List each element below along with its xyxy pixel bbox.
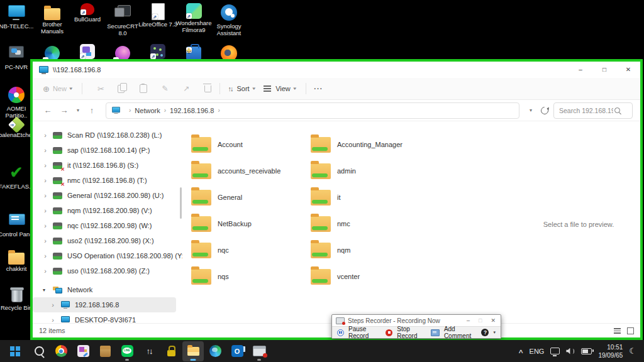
refresh-icon[interactable] [540, 105, 550, 116]
expand-chevron-icon[interactable]: › [42, 192, 49, 199]
expand-chevron-icon[interactable]: › [42, 177, 49, 184]
sidebar-item-network[interactable]: ▾Network [33, 282, 182, 297]
search-input[interactable] [558, 106, 614, 115]
breadcrumb-network[interactable]: Network [135, 107, 160, 114]
search-box[interactable] [553, 102, 633, 119]
add-comment-button[interactable]: Add Comment [444, 326, 473, 339]
delete-button[interactable] [197, 85, 218, 92]
minimize-button[interactable]: – [467, 317, 470, 324]
steps-recorder-titlebar[interactable]: Steps Recorder - Recording Now – □ ✕ [332, 315, 501, 326]
expand-chevron-icon[interactable]: › [42, 252, 49, 260]
taskbar-wallet-button[interactable] [94, 341, 116, 361]
network-icon[interactable] [550, 348, 560, 354]
expand-chevron-icon[interactable]: › [42, 222, 49, 229]
sidebar-drive-item[interactable]: ›Scan RD (\\192.168.0.238) (L:) [33, 128, 182, 143]
taskbar-transfer-button[interactable]: ↑↓ [138, 341, 160, 361]
sidebar-drive-item[interactable]: ›nqm (\\192.168.200.98) (V:) [33, 203, 182, 218]
sidebar-drive-item[interactable]: ›nmc (\\192.168.196.8) (T:) [33, 173, 182, 188]
taskbar-edge-button[interactable] [204, 341, 226, 361]
sidebar-network-host[interactable]: ›DESKTOP-8V3I671 [33, 312, 182, 323]
taskbar-lock-button[interactable] [160, 341, 182, 361]
up-button[interactable]: ↑ [84, 106, 99, 115]
folder-item[interactable]: nqm [311, 237, 430, 263]
desktop-icon-dots[interactable] [138, 44, 178, 60]
folder-item[interactable]: nqc [191, 237, 311, 263]
minimize-button[interactable]: – [569, 62, 592, 78]
folder-item[interactable]: admin [311, 158, 430, 184]
desktop-icon-bullguard[interactable]: BullGuard [67, 3, 108, 23]
maximize-button[interactable]: □ [592, 62, 616, 78]
stop-record-button[interactable]: Stop Record [397, 326, 422, 339]
details-view-icon[interactable] [614, 328, 621, 334]
language-indicator[interactable]: ENG [530, 348, 545, 355]
help-button[interactable]: ? [481, 329, 489, 336]
expand-chevron-icon[interactable]: ▾ [39, 287, 49, 293]
folder-item[interactable]: nmc [311, 211, 430, 237]
help-dropdown-icon[interactable]: ▾ [493, 330, 496, 335]
breadcrumb[interactable]: › Network › 192.168.196.8 › [106, 102, 519, 119]
sidebar-drive-item[interactable]: ›uso (\\192.168.200.98) (Z:) [33, 263, 182, 278]
new-button[interactable]: New ▾ [43, 84, 72, 94]
sidebar-drive-item[interactable]: ›USO Operation (\\192.168.200.98) (Y:) [33, 248, 182, 263]
view-button[interactable]: View ▾ [264, 85, 296, 92]
folder-item[interactable]: nqs [191, 263, 311, 290]
sidebar-drive-item[interactable]: ›uso2 (\\192.168.200.98) (X:) [33, 233, 182, 248]
taskbar-line-button[interactable] [116, 341, 138, 361]
sort-button[interactable]: ↑↓ Sort ▾ [228, 85, 255, 92]
expand-chevron-icon[interactable]: › [42, 237, 49, 244]
back-button[interactable]: ← [40, 106, 55, 115]
pause-record-button[interactable]: Pause Record [348, 326, 377, 339]
sidebar-scrollbar[interactable] [180, 187, 182, 219]
folder-item[interactable]: NetBackup [191, 211, 311, 237]
copy-button[interactable] [111, 85, 133, 93]
volume-icon[interactable] [566, 348, 575, 355]
expand-chevron-icon[interactable]: › [49, 316, 57, 323]
paste-button[interactable] [133, 84, 154, 93]
taskbar-start-button[interactable] [6, 341, 28, 361]
folder-item[interactable]: it [311, 184, 430, 211]
taskbar-chrome-button[interactable] [50, 341, 72, 361]
more-options-button[interactable]: ··· [314, 85, 323, 92]
battery-icon[interactable] [581, 348, 592, 354]
sidebar-drive-item[interactable]: ›nqc (\\192.168.200.98) (W:) [33, 218, 182, 233]
expand-chevron-icon[interactable]: › [42, 162, 49, 169]
large-icons-view-icon[interactable] [627, 327, 634, 334]
expand-chevron-icon[interactable]: › [42, 207, 49, 214]
address-dropdown-button[interactable]: ▾ [526, 107, 536, 113]
sidebar-drive-item[interactable]: ›General (\\192.168.200.98) (U:) [33, 188, 182, 203]
taskbar-steps-recorder-button[interactable] [248, 341, 270, 361]
desktop-icon-securecrt-8-0[interactable]: SecureCRT 8.0 [103, 3, 143, 37]
focus-assist-moon-icon[interactable]: ☾ [629, 346, 636, 356]
desktop-icon-brother-manuals[interactable]: Brother Manuals [32, 3, 72, 35]
desktop-icon-libreoffice-7-3[interactable]: LibreOffice 7.3 [138, 3, 178, 28]
taskbar-filmora-button[interactable] [72, 341, 94, 361]
breadcrumb-host[interactable]: 192.168.196.8 [170, 107, 214, 114]
forward-button[interactable]: → [57, 106, 72, 115]
expand-chevron-icon[interactable]: › [42, 131, 49, 139]
folder-item[interactable]: Account [191, 131, 311, 158]
tray-overflow-chevron-icon[interactable]: ∧ [518, 348, 524, 354]
folder-item[interactable]: General [191, 184, 311, 211]
share-button[interactable] [175, 84, 197, 93]
desktop-icon-synology-assistant[interactable]: Synology Assistant [209, 3, 249, 37]
folder-item[interactable]: accounts_receivable [191, 158, 311, 184]
rename-button[interactable] [154, 84, 175, 93]
close-button[interactable]: ✕ [491, 317, 496, 324]
clock[interactable]: 10:51 19/09/65 [598, 343, 623, 359]
desktop-icon-paint[interactable] [67, 44, 108, 60]
folder-item[interactable]: Accounting_Manager [311, 131, 430, 158]
sidebar-network-host[interactable]: ›192.168.196.8 [33, 297, 176, 312]
cut-button[interactable] [90, 84, 111, 94]
close-button[interactable]: ✕ [616, 62, 640, 78]
sidebar-drive-item[interactable]: ›it (\\192.168.196.8) (S:) [33, 158, 182, 173]
maximize-button[interactable]: □ [479, 317, 482, 324]
desktop-icon-nb-telec-[interactable]: NB-TELEC... [0, 3, 36, 30]
folder-item[interactable]: vcenter [311, 263, 430, 290]
taskbar-outlook-button[interactable]: O [226, 341, 248, 361]
recent-locations-button[interactable]: ▾ [73, 107, 83, 113]
desktop-icon-wondershare-filmora9[interactable]: Wondershare Filmora9 [174, 3, 214, 34]
explorer-titlebar[interactable]: \\192.168.196.8 – □ ✕ [33, 62, 640, 78]
taskbar-explorer-button[interactable] [182, 341, 204, 361]
expand-chevron-icon[interactable]: › [42, 146, 49, 154]
expand-chevron-icon[interactable]: › [42, 267, 49, 275]
